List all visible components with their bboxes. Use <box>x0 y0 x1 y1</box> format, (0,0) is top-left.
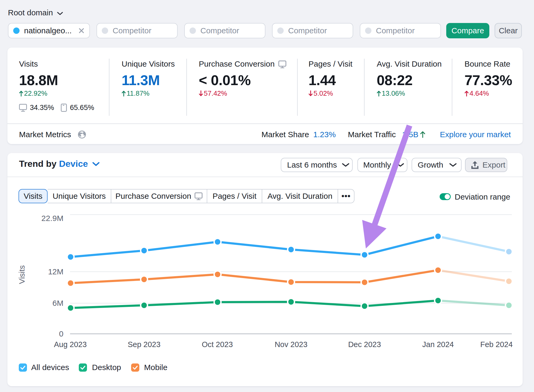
svg-text:0: 0 <box>59 329 63 338</box>
svg-text:22.9M: 22.9M <box>42 214 63 223</box>
svg-text:Dec 2023: Dec 2023 <box>348 340 381 349</box>
svg-text:12M: 12M <box>48 267 63 276</box>
svg-text:Nov 2023: Nov 2023 <box>275 340 307 349</box>
svg-text:Sep 2023: Sep 2023 <box>128 340 160 349</box>
svg-text:Aug 2023: Aug 2023 <box>54 340 87 349</box>
svg-text:Oct 2023: Oct 2023 <box>202 340 233 349</box>
svg-text:Visits: Visits <box>17 265 26 284</box>
svg-text:Feb 2024: Feb 2024 <box>480 340 513 349</box>
svg-text:Jan 2024: Jan 2024 <box>422 340 454 349</box>
svg-text:6M: 6M <box>52 299 63 307</box>
